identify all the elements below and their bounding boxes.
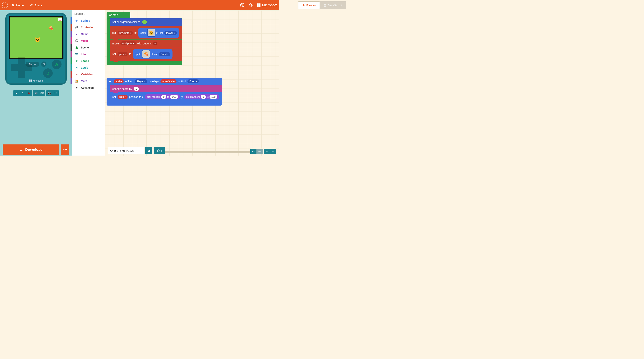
list-icon: ≡ [75, 73, 78, 76]
sprite-image-cat[interactable]: 🐱 [147, 29, 155, 37]
set-mysprite-block[interactable]: set mySprite to sprite 🐱 of kind Player [110, 26, 182, 39]
rx-max[interactable]: 160 [170, 95, 178, 99]
dpad-right[interactable] [25, 64, 32, 71]
chevron-down-icon: ▾ [75, 86, 78, 89]
category-sprites[interactable]: ✈Sprites [72, 17, 105, 24]
on-overlap-hat[interactable]: on sprite of kind Player overlaps otherS… [106, 78, 222, 85]
set-position-block[interactable]: set piza position to x pick random 0 to … [110, 93, 222, 101]
category-controller[interactable]: 🎮Controller [72, 24, 105, 31]
param-othersprite[interactable]: otherSprite [160, 79, 176, 83]
category-scene[interactable]: 🌲Scene [72, 44, 105, 51]
rx-min[interactable]: 0 [161, 95, 166, 99]
on-overlap-stack[interactable]: on sprite of kind Player overlaps otherS… [106, 78, 222, 106]
ry-max[interactable]: 120 [210, 95, 218, 99]
home-button[interactable]: Home [9, 2, 26, 8]
kind-food[interactable]: Food [159, 52, 170, 56]
sprite-expr-2[interactable]: sprite 🍕 of kind Food [133, 49, 172, 59]
set-bg-block[interactable]: set background color to [110, 18, 182, 26]
stop-button[interactable]: ■ [14, 90, 20, 96]
debug-button[interactable]: 🐞 [26, 90, 32, 96]
pizza-sprite: 🍕 [48, 25, 54, 32]
simulator-device: 1 🐱 🍕 Menu A B Microsoft [5, 13, 67, 85]
settings-button[interactable] [248, 3, 253, 7]
expand-button[interactable]: + [153, 41, 157, 45]
gamepad-icon: 🎮 [75, 26, 78, 29]
move-with-buttons-block[interactable]: move mySprite with buttons + [110, 40, 182, 47]
zoom-in-button[interactable]: + [270, 149, 276, 154]
keyboard-button[interactable]: ⌨ [39, 90, 45, 96]
fullscreen-button[interactable]: ⛶ [52, 90, 59, 96]
shuffle-icon: ⤭ [75, 66, 78, 69]
share-icon [30, 3, 33, 7]
kind-food-2[interactable]: Food [188, 79, 199, 83]
dpad-down[interactable] [18, 71, 25, 78]
dpad[interactable] [11, 57, 32, 78]
share-button[interactable]: Share [27, 2, 44, 8]
button-b[interactable]: B [43, 68, 53, 78]
var-piza[interactable]: piza [118, 52, 128, 56]
download-label: Download [25, 147, 43, 152]
pick-random-x[interactable]: pick random 0 to 160 [145, 94, 180, 99]
button-a[interactable]: A [52, 59, 62, 69]
main: 1 🐱 🍕 Menu A B Microsoft [0, 10, 279, 156]
header: ✦ Home Share Blocks {} JavaScript [0, 0, 279, 10]
category-game[interactable]: ●Game [72, 31, 105, 37]
share-label: Share [34, 4, 42, 7]
simulator-controls: ■ ⟳ 🐞 🔊 ⌨ 📷 ⛶ [14, 90, 59, 96]
change-score-block[interactable]: change score by 1 [110, 85, 222, 92]
headphones-icon: 🎧 [75, 39, 78, 42]
download-more-button[interactable]: ••• [61, 144, 70, 155]
restart-button[interactable] [41, 61, 46, 67]
score-delta-input[interactable]: 1 [134, 87, 139, 91]
var-piza-2[interactable]: piza [118, 95, 128, 99]
category-logic[interactable]: ⤭Logic [72, 64, 105, 71]
zoom-out-button[interactable]: − [264, 149, 270, 154]
category-advanced[interactable]: ▾Advanced [72, 84, 105, 91]
simulator-brand: Microsoft [29, 79, 43, 82]
save-project-button[interactable] [145, 147, 152, 154]
category-music[interactable]: 🎧Music [72, 37, 105, 44]
on-start-stack[interactable]: on start set background color to set myS… [106, 12, 182, 65]
dpad-up[interactable] [18, 57, 25, 64]
project-row: ↑ [108, 147, 165, 154]
microsoft-logo[interactable]: Microsoft [257, 3, 277, 7]
redo-button[interactable]: ↷ [256, 149, 262, 154]
category-info[interactable]: 🪪Info [72, 51, 105, 57]
score-badge: 1 [58, 18, 62, 21]
download-button[interactable]: Download [3, 144, 60, 155]
ry-min[interactable]: 0 [201, 95, 206, 99]
undo-button[interactable]: ↶ [250, 149, 256, 154]
sprite-image-pizza[interactable]: 🍕 [142, 50, 150, 58]
color-picker[interactable] [142, 20, 147, 24]
tree-icon: 🌲 [75, 46, 78, 49]
screenshot-button[interactable]: 📷 [46, 90, 52, 96]
category-variables[interactable]: ≡Variables [72, 71, 105, 78]
set-piza-block[interactable]: set piza to sprite 🍕 of kind Food [110, 47, 182, 61]
workspace[interactable]: on start set background color to set myS… [105, 10, 279, 156]
mute-button[interactable]: 🔊 [33, 90, 39, 96]
var-mysprite[interactable]: mySprite [118, 31, 133, 35]
paper-plane-icon: ✈ [75, 19, 78, 22]
brand-label: Microsoft [262, 3, 277, 7]
category-loops[interactable]: ↻Loops [72, 57, 105, 64]
var-mysprite-2[interactable]: mySprite [120, 41, 136, 45]
on-start-hat[interactable]: on start [106, 12, 130, 18]
kind-player-2[interactable]: Player [135, 79, 148, 83]
header-right: Microsoft [240, 3, 277, 7]
redo-icon: ↻ [75, 59, 78, 62]
github-button[interactable]: ↑ [154, 147, 165, 154]
reload-button[interactable]: ⟳ [20, 90, 26, 96]
app-logo[interactable]: ✦ [2, 2, 8, 8]
dpad-left[interactable] [11, 64, 18, 71]
sprite-expr[interactable]: sprite 🐱 of kind Player [138, 27, 179, 38]
param-sprite[interactable]: sprite [114, 79, 124, 83]
arrow-up-icon: ↑ [160, 149, 162, 152]
kind-player[interactable]: Player [164, 31, 177, 35]
horizontal-scrollbar[interactable] [154, 151, 254, 153]
help-button[interactable] [240, 3, 244, 7]
pick-random-y[interactable]: pick random 0 to 120 [184, 94, 220, 99]
category-math[interactable]: 🧮Math [72, 78, 105, 84]
game-screen[interactable]: 1 🐱 🍕 [8, 16, 64, 59]
project-name-input[interactable] [108, 147, 144, 154]
search-input[interactable] [74, 12, 108, 15]
